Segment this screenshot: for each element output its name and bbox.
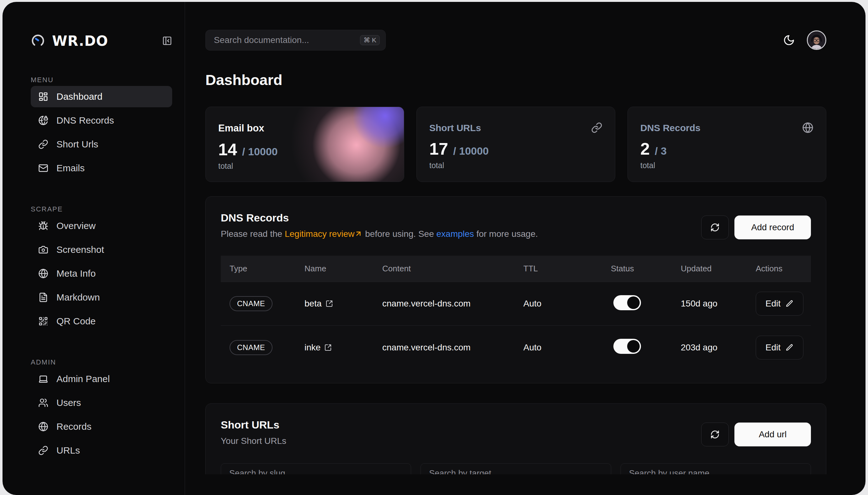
sidebar-item-label: Dashboard <box>56 91 103 102</box>
toggle-knob <box>627 296 640 309</box>
column-header: Content <box>374 264 515 274</box>
sidebar-item-short-urls[interactable]: Short Urls <box>31 134 172 155</box>
add-url-button[interactable]: Add url <box>734 423 811 446</box>
record-updated: 150d ago <box>672 298 747 309</box>
sidebar-item-users[interactable]: Users <box>31 392 172 413</box>
stat-caption: total <box>218 161 392 171</box>
stat-icon-wrap <box>591 122 602 135</box>
add-record-button[interactable]: Add record <box>734 216 811 239</box>
stat-limit: / 10000 <box>453 145 489 157</box>
pencil-icon <box>785 300 794 308</box>
toggle-knob <box>627 340 640 353</box>
sidebar-item-dns-records[interactable]: DNS Records <box>31 110 172 131</box>
stat-caption: total <box>429 161 602 170</box>
dns-records-section: DNS Records Please read the Legitimacy r… <box>205 197 826 383</box>
status-toggle[interactable] <box>613 339 641 354</box>
record-content: cname.vercel-dns.com <box>374 298 515 309</box>
record-type-badge: CNAME <box>229 340 273 355</box>
desc-text: for more usage. <box>476 229 538 239</box>
stat-card-dns-records: DNS Records2/ 3total <box>627 107 826 182</box>
users-icon <box>38 398 48 408</box>
sidebar-item-label: DNS Records <box>56 115 114 126</box>
record-ttl: Auto <box>515 343 602 353</box>
link-icon <box>38 445 48 456</box>
legitimacy-review-link[interactable]: Legitimacy review <box>285 229 363 239</box>
sidebar-item-label: Users <box>56 397 81 408</box>
sidebar-item-label: URLs <box>56 445 80 456</box>
sidebar-item-dashboard[interactable]: Dashboard <box>31 86 172 107</box>
laptop-icon <box>38 374 48 384</box>
column-header: Type <box>221 264 296 274</box>
refresh-cw-icon <box>710 430 720 439</box>
dns-table-row: CNAMEbetacname.vercel-dns.comAuto150d ag… <box>221 282 811 326</box>
examples-link[interactable]: examples <box>436 229 474 239</box>
refresh-button[interactable] <box>701 423 729 446</box>
sidebar-item-admin-panel[interactable]: Admin Panel <box>31 368 172 390</box>
short-urls-section: Short URLs Your Short URLs Add url <box>205 404 826 474</box>
globe-icon <box>38 269 48 278</box>
sidebar-nav: MENUDashboardDNS RecordsShort UrlsEmails… <box>31 76 172 461</box>
desc-text: Please read the <box>221 229 282 239</box>
url-filter-input-0[interactable] <box>221 463 411 474</box>
url-filters <box>221 463 811 474</box>
external-link-icon <box>326 300 333 307</box>
stat-limit: / 3 <box>655 145 667 157</box>
search-input[interactable]: Search documentation... ⌘ K <box>205 30 386 51</box>
dns-table-row: CNAMEinkecname.vercel-dns.comAuto203d ag… <box>221 326 811 369</box>
sidebar-item-label: Markdown <box>56 292 100 303</box>
record-name: inke <box>305 343 320 353</box>
refresh-cw-icon <box>710 223 720 232</box>
sidebar-item-meta-info[interactable]: Meta Info <box>31 263 172 284</box>
stat-value: 17 <box>429 139 448 158</box>
sidebar-item-markdown[interactable]: Markdown <box>31 287 172 308</box>
layout-dashboard-icon <box>38 91 48 102</box>
sidebar-item-label: Meta Info <box>56 268 96 279</box>
urls-section-title: Short URLs <box>221 419 701 431</box>
dns-table-header: TypeNameContentTTLStatusUpdatedActions <box>221 256 811 282</box>
sidebar-item-screenshot[interactable]: Screenshot <box>31 239 172 260</box>
url-filter-input-1[interactable] <box>420 463 611 474</box>
sidebar-item-label: Emails <box>56 163 85 173</box>
topbar: Search documentation... ⌘ K <box>205 30 826 51</box>
sidebar-collapse-button[interactable] <box>162 36 172 46</box>
refresh-button[interactable] <box>701 216 729 239</box>
camera-icon <box>38 245 48 255</box>
sidebar-item-records[interactable]: Records <box>31 416 172 437</box>
sidebar-item-emails[interactable]: Emails <box>31 157 172 179</box>
stat-icon-wrap <box>802 122 813 135</box>
column-header: Name <box>296 264 374 274</box>
moon-icon <box>783 34 795 46</box>
brand-logo-icon <box>31 34 45 48</box>
column-header: Status <box>602 264 672 274</box>
avatar[interactable] <box>807 31 826 50</box>
stat-title: Short URLs <box>429 123 602 133</box>
nav-section-label: MENU <box>31 76 172 84</box>
theme-toggle-button[interactable] <box>783 34 795 46</box>
external-link-icon <box>324 344 332 351</box>
stat-card-short-urls: Short URLs17/ 10000total <box>416 107 615 182</box>
link-icon <box>591 122 602 133</box>
brand-name: WR.DO <box>52 33 108 49</box>
sidebar-item-overview[interactable]: Overview <box>31 215 172 237</box>
stat-card-email-box: Email box14/ 10000total <box>205 107 404 182</box>
stats-row: Email box14/ 10000totalShort URLs17/ 100… <box>205 107 826 182</box>
record-updated: 203d ago <box>672 343 747 353</box>
url-filter-input-2[interactable] <box>621 463 811 474</box>
sidebar-item-label: Admin Panel <box>56 374 110 384</box>
sidebar-item-qr-code[interactable]: QR Code <box>31 310 172 332</box>
column-header: Actions <box>747 264 811 274</box>
stat-value: 14 <box>218 140 237 159</box>
dns-section-description: Please read the Legitimacy review before… <box>221 229 701 239</box>
globe-icon <box>802 122 813 133</box>
arrow-up-right-icon <box>354 229 363 238</box>
sidebar-item-label: Records <box>56 421 91 432</box>
record-content: cname.vercel-dns.com <box>374 343 515 353</box>
sidebar-item-urls[interactable]: URLs <box>31 440 172 461</box>
edit-record-button[interactable]: Edit <box>756 292 803 315</box>
urls-section-subtitle: Your Short URLs <box>221 436 701 446</box>
status-toggle[interactable] <box>613 295 641 310</box>
edit-record-button[interactable]: Edit <box>756 336 803 359</box>
desc-text: before using. See <box>365 229 434 239</box>
sidebar-item-label: Screenshot <box>56 244 104 255</box>
stat-caption: total <box>640 161 813 170</box>
